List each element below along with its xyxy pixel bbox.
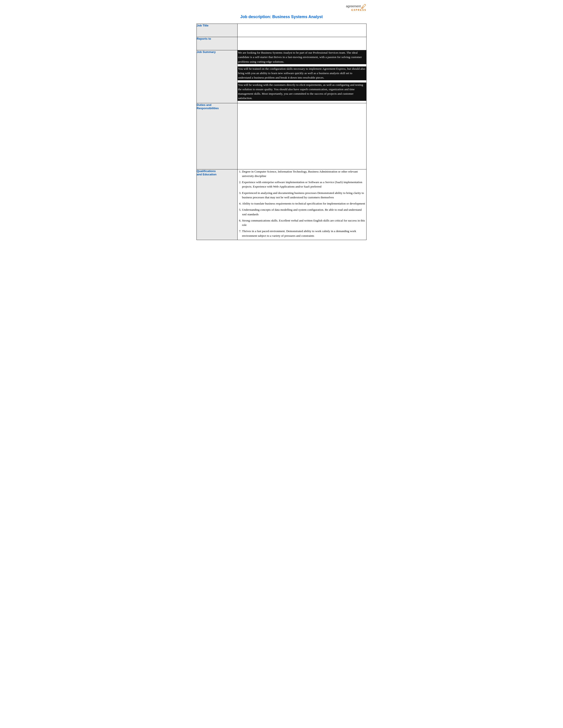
summary-paragraph-2: You will be trained on the configuration… bbox=[237, 66, 366, 80]
logo-brand: agreement 🖊︎ bbox=[346, 4, 367, 9]
reports-to-content bbox=[237, 37, 367, 50]
job-summary-row: Job Summary We are looking for Business … bbox=[197, 50, 367, 103]
job-summary-content: We are looking for Business Systems Anal… bbox=[237, 50, 367, 103]
qualifications-row: Qualificationsand Education Degree in Co… bbox=[197, 169, 367, 240]
logo-icon: 🖊︎ bbox=[361, 4, 367, 9]
list-item: Experienced in analyzing and documenting… bbox=[242, 191, 366, 200]
brand-name: agreement bbox=[346, 4, 361, 8]
reports-to-row: Reports to bbox=[197, 37, 367, 50]
duties-row: Duties andResponsibilities bbox=[197, 103, 367, 169]
logo-wrapper: agreement 🖊︎ EXPRESS bbox=[196, 4, 367, 11]
qualifications-list: Degree in Computer Science, Information … bbox=[237, 169, 366, 238]
list-item: Strong communications skills. Excellent … bbox=[242, 218, 366, 227]
list-item: Thrives in a fast paced environment. Dem… bbox=[242, 229, 366, 238]
job-summary-label: Job Summary bbox=[197, 50, 237, 103]
qualifications-label: Qualificationsand Education bbox=[197, 169, 237, 240]
job-title-content bbox=[237, 24, 367, 37]
job-title-label: Job Title bbox=[197, 24, 237, 37]
duties-content bbox=[237, 103, 367, 169]
list-item: Degree in Computer Science, Information … bbox=[242, 169, 366, 178]
express-label: EXPRESS bbox=[352, 9, 367, 11]
job-description-table: Job Title Reports to Job Summary We are … bbox=[196, 24, 367, 240]
summary-paragraph-3: You will be working with the customers d… bbox=[237, 83, 366, 101]
list-item: Ability to translate business requiremen… bbox=[242, 201, 366, 206]
page-title: Job description: Business Systems Analys… bbox=[196, 15, 367, 19]
duties-label: Duties andResponsibilities bbox=[197, 103, 237, 169]
reports-to-label: Reports to bbox=[197, 37, 237, 50]
summary-paragraph-1: We are looking for Business Systems Anal… bbox=[237, 50, 366, 64]
list-item: Understanding concepts of data modelling… bbox=[242, 208, 366, 217]
qualifications-content: Degree in Computer Science, Information … bbox=[237, 169, 367, 240]
list-item: Experience with enterprise software impl… bbox=[242, 180, 366, 189]
job-title-row: Job Title bbox=[197, 24, 367, 37]
